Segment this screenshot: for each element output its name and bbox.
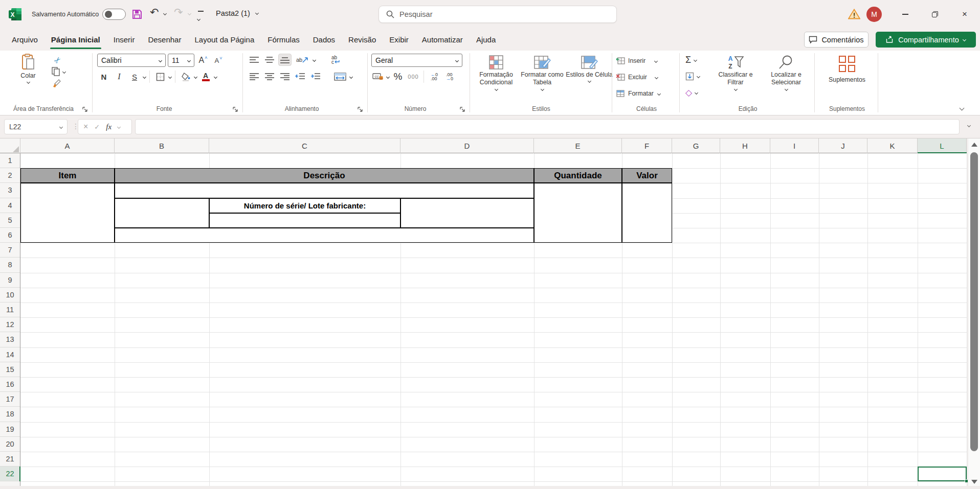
gridline-h [20,332,967,333]
column-header-c[interactable]: C [209,138,400,153]
sheet-grid[interactable]: ABCDEFGHIJKL1234567891011121314151617181… [0,0,980,489]
row-header-8[interactable]: 8 [0,258,20,272]
gridline-h [20,452,967,452]
column-header-j[interactable]: J [819,138,867,153]
row-header-12[interactable]: 12 [0,317,20,332]
cell-b3d3[interactable] [115,183,534,198]
cell-c5[interactable] [209,213,400,228]
cell-e2-quantidade[interactable]: Quantidade [534,168,622,183]
row-header-17[interactable]: 17 [0,392,20,407]
gridline-h [20,481,967,482]
gridline-v [720,153,721,486]
column-header-g[interactable]: G [672,138,720,153]
gridline-v [867,153,868,486]
column-header-b[interactable]: B [115,138,209,153]
gridline-h [20,317,967,318]
column-header-f[interactable]: F [622,138,672,153]
gridline-v [819,153,819,486]
gridline-h [20,362,967,363]
column-header-l[interactable]: L [918,138,967,153]
cell-b2d2-descricao[interactable]: Descrição [115,168,534,183]
row-header-3[interactable]: 3 [0,183,20,198]
cell-a2-item[interactable]: Item [20,168,115,183]
row-header-18[interactable]: 18 [0,407,20,422]
vertical-scrollbar[interactable] [968,138,980,489]
row-header-2[interactable]: 2 [0,168,20,183]
row-header-9[interactable]: 9 [0,273,20,288]
row-header-19[interactable]: 19 [0,422,20,437]
gridline-h [20,288,967,288]
gridline-h [20,437,967,437]
gridline-h [20,273,967,273]
gridline-v [770,153,771,486]
scroll-down-icon[interactable] [971,480,977,484]
column-header-i[interactable]: I [770,138,819,153]
row-header-7[interactable]: 7 [0,243,20,258]
scrollbar-thumb[interactable] [970,152,978,451]
selected-row-border [19,467,21,481]
cell-f3f6[interactable] [622,183,672,243]
selected-cell-l22[interactable] [918,467,967,481]
row-header-6[interactable]: 6 [0,228,20,243]
row-header-13[interactable]: 13 [0,332,20,347]
gridline-h [20,467,967,467]
column-header-a[interactable]: A [20,138,115,153]
cell-c4-serial[interactable]: Número de série/ Lote fabricante: [209,198,400,213]
row-header-5[interactable]: 5 [0,213,20,228]
cell-b4b5[interactable] [115,198,209,228]
scroll-up-icon[interactable] [971,143,977,147]
gridline-h [20,258,967,258]
excel-window: X Salvamento Automático ↶ ↷ Pasta2 (1) P… [0,0,980,489]
column-header-k[interactable]: K [867,138,918,153]
gridline-h [20,422,967,423]
cell-f2-valor[interactable]: Valor [622,168,672,183]
cell-a3a6[interactable] [20,183,115,243]
gridline-h [20,392,967,392]
gridline-v [672,153,673,486]
row-header-22[interactable]: 22 [0,467,20,481]
row-header-10[interactable]: 10 [0,288,20,302]
gridline-v [918,153,918,486]
select-all-triangle [13,146,19,152]
selected-column-underline [918,152,967,154]
gridline-v [967,153,967,486]
row-header-16[interactable]: 16 [0,377,20,392]
cell-d4d5[interactable] [400,198,534,228]
cell-e3e6[interactable] [534,183,622,243]
row-header-14[interactable]: 14 [0,347,20,362]
gridline-h [20,377,967,378]
row-header-4[interactable]: 4 [0,198,20,213]
row-header-1[interactable]: 1 [0,153,20,168]
gridline-h [20,302,967,303]
gridline-h [20,243,967,243]
gridline-h [20,407,967,407]
column-header-h[interactable]: H [720,138,770,153]
gridline-h [20,347,967,348]
row-header-11[interactable]: 11 [0,302,20,317]
row-header-20[interactable]: 20 [0,437,20,452]
column-header-e[interactable]: E [534,138,622,153]
bottom-edge-band [0,486,980,489]
row-header-15[interactable]: 15 [0,362,20,377]
select-all-corner[interactable] [0,138,20,153]
column-header-d[interactable]: D [400,138,534,153]
cell-b6d6[interactable] [115,228,534,243]
row-header-21[interactable]: 21 [0,452,20,467]
